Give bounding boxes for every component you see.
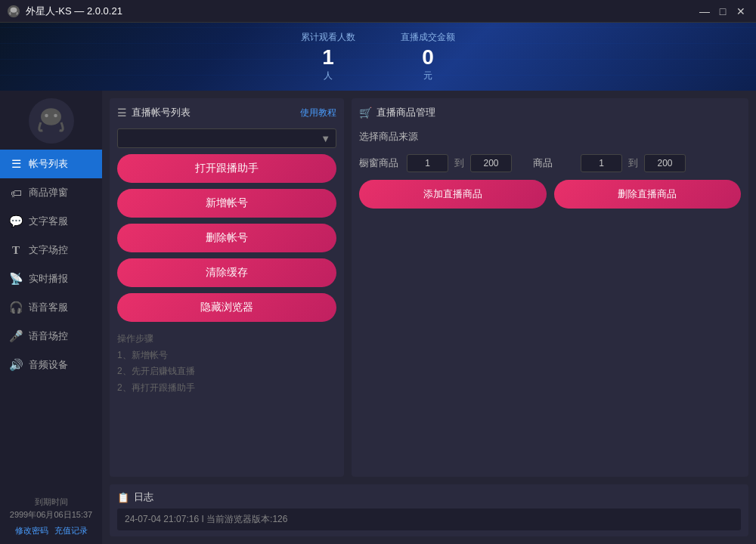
log-label: 日志 — [134, 490, 153, 504]
sidebar-item-label-voice-service: 语音客服 — [29, 301, 68, 314]
delete-product-button[interactable]: 删除直播商品 — [554, 180, 742, 209]
list-icon: ☰ — [117, 107, 127, 119]
voice-service-icon: 🎧 — [9, 301, 23, 314]
viewers-label: 累计观看人数 — [301, 31, 355, 44]
tutorial-link[interactable]: 使用教程 — [300, 107, 336, 119]
log-title: 📋 日志 — [117, 490, 741, 504]
sidebar-item-label-audio: 音频设备 — [29, 358, 68, 372]
svg-point-2 — [45, 113, 48, 117]
account-icon: ☰ — [9, 157, 23, 171]
instructions-title: 操作步骤 — [117, 331, 336, 348]
hide-browser-button[interactable]: 隐藏浏览器 — [117, 293, 336, 322]
add-account-button[interactable]: 新增帐号 — [117, 189, 336, 218]
sidebar-item-voice-control[interactable]: 🎤 语音场控 — [0, 322, 102, 351]
clear-cache-button[interactable]: 清除缓存 — [117, 258, 336, 287]
sales-value: 0 — [401, 47, 455, 68]
expire-label: 到期时间 — [9, 496, 93, 508]
sales-label: 直播成交金额 — [401, 31, 455, 44]
product-panel-title: 🛒 直播商品管理 — [359, 106, 741, 119]
text-service-icon: 💬 — [9, 215, 23, 228]
sidebar-item-account[interactable]: ☰ 帐号列表 — [0, 150, 102, 178]
sidebar-item-text-control[interactable]: T 文字场控 — [0, 236, 102, 264]
sidebar-item-label-product-popup: 商品弹窗 — [29, 186, 68, 199]
window-controls: — □ ✕ — [697, 4, 748, 19]
sidebar: ☰ 帐号列表 🏷 商品弹窗 💬 文字客服 T 文字场控 📡 实时播报 🎧 语 — [0, 91, 102, 544]
avatar — [29, 98, 74, 144]
instructions-step3: 2、再打开跟播助手 — [117, 380, 336, 397]
close-button[interactable]: ✕ — [733, 4, 748, 19]
window-product-label: 橱窗商品 — [359, 156, 401, 170]
viewers-stat: 累计观看人数 1 人 — [301, 31, 355, 82]
change-password-link[interactable]: 修改密码 — [15, 525, 48, 536]
source-label: 选择商品来源 — [359, 130, 741, 144]
window-to-input[interactable] — [470, 154, 512, 172]
viewers-value: 1 — [301, 47, 355, 68]
delete-account-button[interactable]: 删除帐号 — [117, 224, 336, 252]
title-bar: 外星人-KS — 2.0.0.21 — □ ✕ — [0, 0, 756, 23]
product-panel-title-left: 🛒 直播商品管理 — [359, 106, 435, 119]
window-from-input[interactable] — [407, 154, 448, 172]
product-panel-label: 直播商品管理 — [376, 106, 435, 119]
log-entry: 24-07-04 21:07:16 I 当前游览器版本:126 — [117, 508, 741, 530]
app-title: 外星人-KS — 2.0.0.21 — [26, 5, 122, 18]
log-panel: 📋 日志 24-07-04 21:07:16 I 当前游览器版本:126 — [110, 484, 748, 536]
cart-icon: 🛒 — [359, 107, 372, 119]
sales-stat: 直播成交金额 0 元 — [401, 31, 455, 82]
sidebar-item-label-text-service: 文字客服 — [29, 215, 68, 228]
instructions: 操作步骤 1、新增帐号 2、先开启赚钱直播 2、再打开跟播助手 — [117, 331, 336, 396]
title-bar-left: 外星人-KS — 2.0.0.21 — [8, 5, 122, 18]
account-panel: ☰ 直播帐号列表 使用教程 ▼ 打开跟播助手 新增帐号 删除帐号 清除缓存 隐藏… — [110, 98, 344, 477]
maximize-button[interactable]: □ — [715, 4, 730, 19]
viewers-unit: 人 — [301, 70, 355, 82]
sidebar-item-realtime[interactable]: 📡 实时播报 — [0, 264, 102, 293]
minimize-button[interactable]: — — [697, 4, 712, 19]
product-from-input[interactable] — [581, 154, 622, 172]
product-label: 商品 — [533, 156, 575, 170]
account-panel-title-left: ☰ 直播帐号列表 — [117, 106, 191, 119]
sidebar-item-label-voice-control: 语音场控 — [29, 329, 68, 343]
svg-point-1 — [41, 108, 61, 125]
svg-point-0 — [11, 7, 17, 12]
sidebar-item-label-account: 帐号列表 — [29, 157, 68, 171]
instructions-step1: 1、新增帐号 — [117, 348, 336, 364]
product-btn-row: 添加直播商品 删除直播商品 — [359, 180, 741, 209]
recharge-record-link[interactable]: 充值记录 — [54, 525, 88, 536]
add-product-button[interactable]: 添加直播商品 — [359, 180, 547, 209]
account-panel-label: 直播帐号列表 — [132, 106, 191, 119]
content-area: ☰ 直播帐号列表 使用教程 ▼ 打开跟播助手 新增帐号 删除帐号 清除缓存 隐藏… — [102, 91, 756, 544]
product-panel: 🛒 直播商品管理 选择商品来源 橱窗商品 到 商品 到 添加直播商品 — [352, 98, 748, 477]
log-icon: 📋 — [117, 492, 129, 503]
sidebar-item-label-text-control: 文字场控 — [29, 243, 68, 257]
product-to-input[interactable] — [644, 154, 686, 172]
sales-unit: 元 — [401, 70, 455, 82]
sidebar-item-label-realtime: 实时播报 — [29, 272, 68, 286]
sidebar-item-audio[interactable]: 🔊 音频设备 — [0, 351, 102, 379]
voice-control-icon: 🎤 — [9, 329, 23, 343]
open-assistant-button[interactable]: 打开跟播助手 — [117, 154, 336, 183]
text-control-icon: T — [9, 244, 23, 257]
sidebar-item-text-service[interactable]: 💬 文字客服 — [0, 207, 102, 236]
main-layout: ☰ 帐号列表 🏷 商品弹窗 💬 文字客服 T 文字场控 📡 实时播报 🎧 语 — [0, 91, 756, 544]
expire-date: 2999年06月06日15:37 — [9, 509, 93, 521]
account-panel-title: ☰ 直播帐号列表 使用教程 — [117, 106, 336, 119]
sidebar-footer: 到期时间 2999年06月06日15:37 修改密码 充值记录 — [0, 489, 102, 544]
account-dropdown[interactable] — [117, 128, 336, 148]
sidebar-item-product-popup[interactable]: 🏷 商品弹窗 — [0, 178, 102, 207]
audio-icon: 🔊 — [9, 358, 23, 372]
realtime-icon: 📡 — [9, 272, 23, 286]
sidebar-links: 修改密码 充值记录 — [9, 525, 93, 536]
product-popup-icon: 🏷 — [9, 187, 23, 199]
product-range-sep: 到 — [628, 156, 638, 170]
svg-point-3 — [54, 113, 57, 117]
instructions-step2: 2、先开启赚钱直播 — [117, 363, 336, 380]
window-range-sep: 到 — [454, 156, 464, 170]
nav-items: ☰ 帐号列表 🏷 商品弹窗 💬 文字客服 T 文字场控 📡 实时播报 🎧 语 — [0, 150, 102, 489]
account-dropdown-wrap: ▼ — [117, 128, 336, 148]
sidebar-item-voice-service[interactable]: 🎧 语音客服 — [0, 293, 102, 322]
app-icon — [8, 5, 20, 17]
window-product-row: 橱窗商品 到 商品 到 — [359, 154, 741, 172]
header-banner: 累计观看人数 1 人 直播成交金额 0 元 — [0, 23, 756, 91]
panels-row: ☰ 直播帐号列表 使用教程 ▼ 打开跟播助手 新增帐号 删除帐号 清除缓存 隐藏… — [110, 98, 748, 477]
